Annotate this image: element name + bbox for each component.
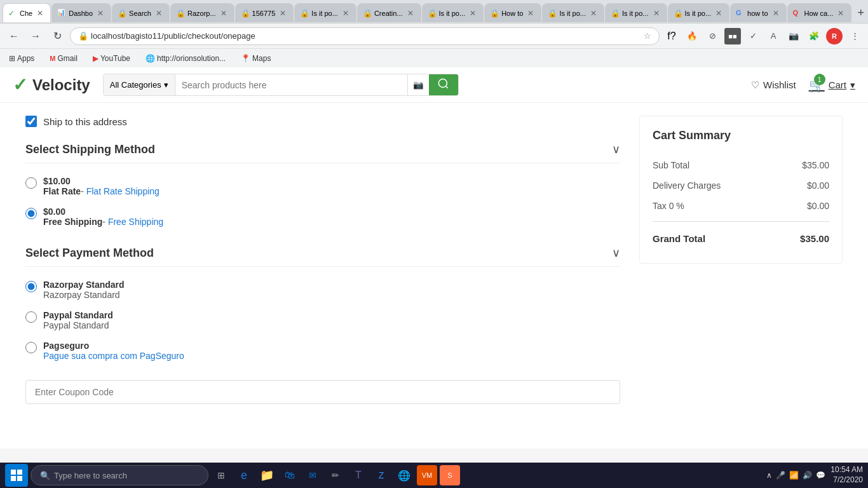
tab-title: Search <box>129 10 151 17</box>
tab-close[interactable]: ✕ <box>714 8 724 18</box>
tab-isitpo1[interactable]: 🔒 Is it po... ✕ <box>294 3 356 22</box>
wishlist-button[interactable]: ♡ Wishlist <box>751 79 796 91</box>
tab-close[interactable]: ✕ <box>154 8 164 18</box>
tab-close[interactable]: ✕ <box>341 8 351 18</box>
summary-divider <box>653 221 829 222</box>
orion-icon: 🌐 <box>146 54 155 63</box>
user-avatar[interactable]: R <box>826 28 843 44</box>
maps-icon: 📍 <box>241 54 250 63</box>
cart-label: Cart <box>829 79 846 90</box>
tab-close[interactable]: ✕ <box>468 8 478 18</box>
razorpay-radio[interactable] <box>25 281 37 292</box>
tab-isitpo5[interactable]: 🔒 Is it po... ✕ <box>668 3 730 22</box>
tab-creatin[interactable]: 🔒 Creatin... ✕ <box>357 3 421 22</box>
tab-close[interactable]: ✕ <box>35 8 45 18</box>
apps-icon: ⊞ <box>9 54 15 63</box>
bookmarks-bar: ⊞ Apps M Gmail ▶ YouTube 🌐 http://orions… <box>0 48 868 67</box>
chevron-down-icon: ∨ <box>612 246 620 260</box>
flat-rate-link[interactable]: Flat Rate Shipping <box>86 186 159 196</box>
delivery-value: $0.00 <box>807 180 829 191</box>
tab-active[interactable]: ✓ Che ✕ <box>3 3 51 22</box>
text-icon[interactable]: A <box>765 28 782 44</box>
tab-favicon: G <box>736 9 745 18</box>
bookmark-gmail[interactable]: M Gmail <box>46 53 81 64</box>
payment-section: Select Payment Method ∨ Razorpay Standar… <box>25 246 620 361</box>
search-category-dropdown[interactable]: All Categories ▾ <box>104 74 175 95</box>
free-shipping-link[interactable]: Free Shipping <box>108 217 163 227</box>
tab-favicon: 📊 <box>57 9 66 18</box>
paypal-subtitle: Paypal Standard <box>43 320 113 330</box>
star-icon[interactable]: ☆ <box>644 31 651 41</box>
tab-close[interactable]: ✕ <box>95 8 105 18</box>
puzzle-icon[interactable]: 🧩 <box>806 28 822 44</box>
camera-icon[interactable]: 📷 <box>785 28 802 44</box>
tab-close[interactable]: ✕ <box>526 8 536 18</box>
new-tab-button[interactable]: + <box>852 6 868 20</box>
flat-rate-method-name: Flat Rate <box>43 186 81 196</box>
extension-icon[interactable]: ■■ <box>724 28 741 44</box>
pagseguro-radio[interactable] <box>25 342 37 353</box>
tab-close[interactable]: ✕ <box>588 8 599 18</box>
tab-close[interactable]: ✕ <box>771 8 781 18</box>
tab-favicon: Q <box>793 9 802 18</box>
tax-label: Tax 0 % <box>653 201 684 211</box>
check-icon[interactable]: ✓ <box>745 28 761 44</box>
ship-to-address-checkbox[interactable] <box>25 116 37 127</box>
gmail-icon: M <box>50 55 55 62</box>
shipping-section-header[interactable]: Select Shipping Method ∨ <box>25 142 620 163</box>
tab-search[interactable]: 🔒 Search ✕ <box>112 3 170 22</box>
tab-howca[interactable]: Q How ca... ✕ <box>787 3 852 22</box>
tab-isitpo4[interactable]: 🔒 Is it po... ✕ <box>605 3 667 22</box>
camera-search-button[interactable]: 📷 <box>407 74 429 95</box>
bookmark-label: Apps <box>17 54 34 63</box>
logo[interactable]: ✓ Velocity <box>13 74 90 95</box>
wishlist-label: Wishlist <box>763 79 796 90</box>
reload-button[interactable]: ↻ <box>48 27 66 45</box>
youtube-icon: ▶ <box>93 54 98 63</box>
payment-section-header[interactable]: Select Payment Method ∨ <box>25 246 620 267</box>
search-input[interactable] <box>175 74 407 95</box>
pagseguro-option: Pagseguro Pague sua compra com PagSeguro <box>25 341 620 361</box>
bookmark-orion[interactable]: 🌐 http://orionsolution... <box>142 53 229 64</box>
menu-icon[interactable]: ⋮ <box>846 28 863 44</box>
bookmark-youtube[interactable]: ▶ YouTube <box>89 53 134 64</box>
tab-razorpay[interactable]: 🔒 Razorp... ✕ <box>170 3 234 22</box>
site-header: ✓ Velocity All Categories ▾ 📷 ♡ Wishlist… <box>0 67 868 103</box>
search-submit-button[interactable] <box>429 74 458 95</box>
forward-button[interactable]: → <box>27 27 44 45</box>
tab-dashboard[interactable]: 📊 Dashbo ✕ <box>51 3 111 22</box>
bookmark-maps[interactable]: 📍 Maps <box>237 53 275 64</box>
checkout-main: Ship to this address Select Shipping Met… <box>25 116 620 404</box>
tab-close[interactable]: ✕ <box>651 8 661 18</box>
tab-close[interactable]: ✕ <box>836 8 846 18</box>
cart-button[interactable]: 1 🛒 Cart ▾ <box>809 78 855 93</box>
paypal-details: Paypal Standard Paypal Standard <box>43 310 113 330</box>
checkout-container: Ship to this address Select Shipping Met… <box>0 103 868 417</box>
razorpay-details: Razorpay Standard Razorpay Standard <box>43 280 125 300</box>
tab-close[interactable]: ✕ <box>278 8 288 18</box>
tab-favicon: 🔒 <box>428 9 437 18</box>
tab-close[interactable]: ✕ <box>405 8 416 18</box>
bookmark-icon[interactable]: f? <box>663 28 680 44</box>
paypal-option: Paypal Standard Paypal Standard <box>25 310 620 330</box>
paypal-radio[interactable] <box>25 311 37 323</box>
bookmark-label: Gmail <box>58 54 78 63</box>
shield-icon[interactable]: ⊘ <box>704 28 721 44</box>
back-button[interactable]: ← <box>5 27 23 45</box>
flat-rate-radio[interactable] <box>25 177 37 189</box>
bookmark-apps[interactable]: ⊞ Apps <box>5 53 38 64</box>
tab-howto[interactable]: 🔒 How to ✕ <box>484 3 541 22</box>
free-shipping-radio[interactable] <box>25 208 37 219</box>
tab-google-howto[interactable]: G how to ✕ <box>730 3 786 22</box>
tab-isitpo2[interactable]: 🔒 Is it po... ✕ <box>422 3 484 22</box>
bookmark-label: YouTube <box>100 54 130 63</box>
tab-close[interactable]: ✕ <box>219 8 229 18</box>
tab-isitpo3[interactable]: 🔒 Is it po... ✕ <box>542 3 604 22</box>
tab-156775[interactable]: 🔒 156775 ✕ <box>235 3 294 22</box>
coupon-input[interactable] <box>25 380 620 404</box>
razorpay-name: Razorpay Standard <box>43 280 125 290</box>
payment-section-title: Select Payment Method <box>25 247 154 260</box>
fire-icon[interactable]: 🔥 <box>684 28 700 44</box>
address-bar[interactable]: 🔒 localhost/bagisto11/public/checkout/on… <box>70 27 660 45</box>
address-text: localhost/bagisto11/public/checkout/onep… <box>91 31 641 41</box>
